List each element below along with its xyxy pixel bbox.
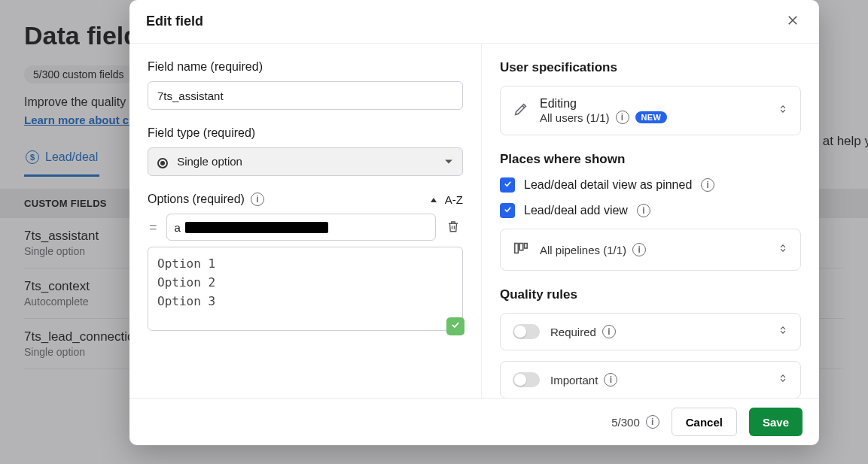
pipeline-icon <box>513 240 529 259</box>
info-icon[interactable]: i <box>701 178 714 192</box>
close-icon <box>786 18 799 29</box>
expand-icon <box>778 373 788 387</box>
expand-icon <box>778 325 788 338</box>
option-row: = a <box>148 214 463 241</box>
options-textarea-wrap <box>148 247 463 334</box>
all-pipelines-text: All pipelines (1/1) <box>540 244 626 256</box>
info-icon[interactable]: i <box>632 243 646 256</box>
required-label: Required <box>550 326 596 338</box>
pipelines-card[interactable]: All pipelines (1/1) i <box>500 229 801 271</box>
user-specifications-title: User specifications <box>500 60 801 75</box>
editing-label: Editing <box>540 97 767 111</box>
check-icon <box>503 204 513 217</box>
modal-body: Field name (required) Field type (requir… <box>129 44 819 398</box>
info-icon[interactable]: i <box>604 373 617 387</box>
svg-rect-2 <box>525 244 528 248</box>
required-toggle[interactable] <box>513 324 540 339</box>
drag-handle-icon[interactable]: = <box>148 220 159 235</box>
edit-field-modal: Edit field Field name (required) Field t… <box>129 0 819 445</box>
sort-az-button[interactable]: A-Z <box>430 193 463 206</box>
option-input-prefix: a <box>175 221 181 234</box>
trash-icon <box>446 224 460 235</box>
field-type-value: Single option <box>177 155 242 168</box>
svg-rect-1 <box>519 244 523 250</box>
delete-option-button[interactable] <box>443 217 463 238</box>
footer-counter-text: 5/300 <box>611 416 640 429</box>
checkbox-row-detail: Lead/deal detail view as pinned i <box>500 177 801 193</box>
checkbox-detail-view[interactable] <box>500 177 515 193</box>
info-icon[interactable]: i <box>251 193 264 206</box>
expand-icon <box>778 104 788 117</box>
field-type-select[interactable]: Single option <box>148 147 463 176</box>
pencil-icon <box>513 101 529 120</box>
check-icon <box>450 320 461 333</box>
info-icon[interactable]: i <box>637 204 650 217</box>
confirm-options-button[interactable] <box>446 317 464 335</box>
footer-counter: 5/300 i <box>611 415 659 429</box>
info-icon[interactable]: i <box>602 325 616 338</box>
important-toggle[interactable] <box>513 372 540 387</box>
field-name-label: Field name (required) <box>148 60 463 74</box>
options-block: Options (required) i A-Z = a <box>148 193 463 334</box>
modal-footer: 5/300 i Cancel Save <box>129 398 819 445</box>
info-icon[interactable]: i <box>616 111 629 124</box>
info-icon[interactable]: i <box>646 415 659 429</box>
caret-down-icon <box>444 156 453 168</box>
left-column: Field name (required) Field type (requir… <box>129 44 482 398</box>
important-label: Important <box>550 374 598 387</box>
options-textarea[interactable] <box>148 247 463 331</box>
user-spec-card[interactable]: Editing All users (1/1) i NEW <box>500 86 801 135</box>
cancel-button[interactable]: Cancel <box>672 408 737 436</box>
places-shown-title: Places where shown <box>500 152 801 167</box>
svg-rect-0 <box>515 244 519 253</box>
checkbox-label: Lead/deal detail view as pinned <box>524 178 692 192</box>
redacted-text <box>185 222 328 233</box>
option-input[interactable]: a <box>166 214 436 241</box>
modal-header: Edit field <box>129 0 819 44</box>
check-icon <box>503 178 513 192</box>
important-rule-card[interactable]: Important i <box>500 361 801 398</box>
checkbox-row-addview: Lead/deal add view i <box>500 203 801 218</box>
radio-icon <box>157 158 168 168</box>
sort-up-icon <box>430 193 437 206</box>
quality-rules-title: Quality rules <box>500 287 801 302</box>
required-rule-card[interactable]: Required i <box>500 313 801 350</box>
new-badge: NEW <box>635 111 668 123</box>
expand-icon <box>778 243 788 256</box>
all-users-text: All users (1/1) <box>540 111 610 124</box>
close-button[interactable] <box>783 11 803 32</box>
options-label: Options (required) <box>148 193 245 206</box>
modal-title: Edit field <box>146 14 203 29</box>
field-name-input[interactable] <box>148 81 463 110</box>
checkbox-label: Lead/deal add view <box>524 204 628 217</box>
checkbox-add-view[interactable] <box>500 203 515 218</box>
save-button[interactable]: Save <box>749 408 803 436</box>
field-type-label: Field type (required) <box>148 126 463 140</box>
sort-label: A-Z <box>445 193 463 206</box>
right-column: User specifications Editing All users (1… <box>482 44 819 398</box>
field-type-block: Field type (required) Single option <box>148 126 463 176</box>
field-name-block: Field name (required) <box>148 60 463 110</box>
